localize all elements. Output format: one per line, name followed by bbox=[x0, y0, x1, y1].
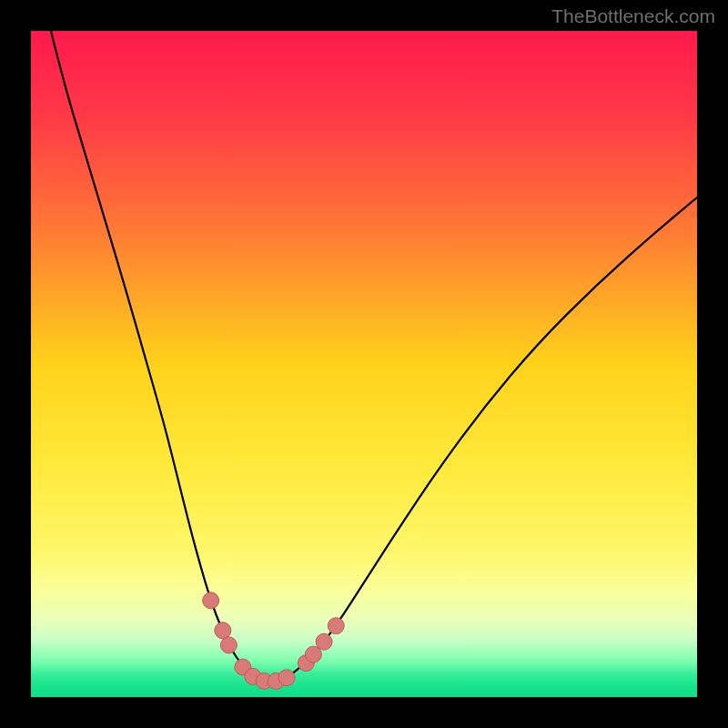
curve-marker bbox=[203, 592, 219, 609]
plot-area bbox=[31, 31, 697, 697]
curve-marker bbox=[220, 637, 237, 653]
outer-frame: TheBottleneck.com bbox=[0, 0, 728, 728]
curve-marker bbox=[316, 633, 332, 650]
attribution-text: TheBottleneck.com bbox=[551, 5, 715, 27]
curve-marker bbox=[215, 622, 231, 639]
gradient-background bbox=[31, 31, 697, 697]
chart-svg bbox=[31, 31, 697, 697]
curve-marker bbox=[278, 670, 295, 686]
curve-marker bbox=[328, 618, 344, 634]
